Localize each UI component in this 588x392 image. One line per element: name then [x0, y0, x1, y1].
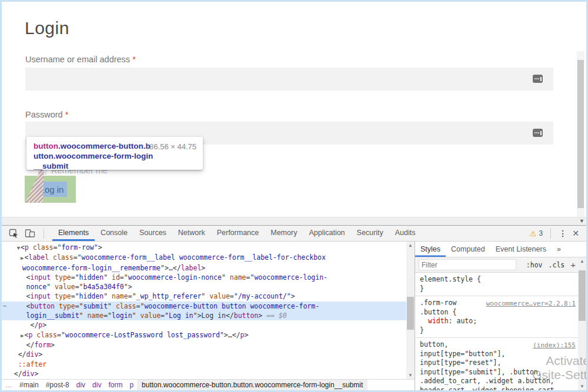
tab-application[interactable]: Application [303, 226, 350, 241]
dom-node-line[interactable]: woocommerce-form-login__rememberme">…</l… [2, 263, 406, 273]
sidebar-tab-computed[interactable]: Computed [446, 242, 490, 257]
scroll-down-arrow-icon[interactable]: ▼ [579, 218, 584, 224]
code-token: " [132, 311, 141, 320]
dom-node-line[interactable]: </div> [2, 369, 406, 378]
code-token: type [59, 302, 75, 310]
css-property[interactable]: width: auto; [420, 317, 573, 326]
code-token: : [449, 317, 457, 325]
pseudo-state-toggle[interactable]: :hov [526, 261, 543, 269]
code-token: </ [232, 331, 240, 339]
breadcrumb-item[interactable]: form [105, 381, 126, 389]
breadcrumb-item[interactable]: div [89, 381, 105, 389]
code-token: label [28, 253, 49, 262]
scroll-down-arrow-icon[interactable]: ▼ [578, 384, 586, 389]
scroll-up-arrow-icon[interactable]: ▲ [578, 259, 586, 264]
css-selector[interactable]: .button { [420, 308, 573, 317]
username-label: Username or email address * [25, 55, 136, 64]
dom-node-line[interactable]: ▼<p class="form-row"> [2, 243, 406, 253]
tab-audits[interactable]: Audits [389, 226, 422, 241]
code-token: </ [2, 321, 38, 329]
stylesheet-source-link[interactable]: (index):155 [533, 341, 576, 350]
code-token: "> [124, 283, 132, 291]
code-token: < [21, 243, 25, 252]
more-options-icon[interactable]: ⋮ [559, 229, 567, 238]
dom-node-line[interactable]: </p> [2, 320, 406, 330]
devtools-main: ▼<p class="form-row"> ▶<label class="woo… [2, 242, 586, 390]
code-token: login__submit [26, 311, 79, 320]
tab-console[interactable]: Console [95, 226, 133, 241]
sidebar-tab-event-listeners[interactable]: Event Listeners [490, 242, 552, 257]
scrollbar-thumb[interactable] [407, 297, 414, 330]
code-token: class [36, 331, 57, 339]
class-toggle[interactable]: .cls [549, 261, 565, 269]
tab-performance[interactable]: Performance [211, 226, 265, 241]
code-token: p [25, 243, 29, 252]
css-rule: woocommerce…ver=2.2.8:1.form-row.button … [415, 296, 578, 338]
code-token: </ [173, 264, 181, 272]
code-token: < [2, 302, 30, 310]
inspect-element-icon[interactable] [9, 229, 19, 239]
css-close-brace: } [420, 284, 573, 294]
dom-node-line[interactable]: ▶<p class="woocommerce-LostPassword lost… [2, 330, 406, 340]
username-input[interactable] [25, 68, 553, 91]
breadcrumb-item[interactable]: p [126, 381, 137, 389]
devtools-toolbar: ElementsConsoleSourcesNetworkPerformance… [2, 226, 586, 242]
tab-sources[interactable]: Sources [133, 226, 172, 241]
watermark-line: Gsite-Setti [532, 368, 586, 382]
css-selector[interactable]: header-cart .widget_shopping_cart [420, 386, 573, 391]
close-devtools-icon[interactable]: ✕ [572, 229, 579, 238]
code-token: woocommerce-login-nonce [128, 273, 222, 282]
dom-node-line[interactable]: ::after [2, 360, 406, 369]
dom-node-line[interactable]: <input type="hidden" id="woocommerce-log… [2, 273, 406, 282]
page-scrollbar-corner[interactable]: ▼ [2, 217, 586, 225]
sidebar-tab-styles[interactable]: Styles [415, 242, 446, 257]
css-property-value: auto [456, 317, 473, 325]
code-token: " [103, 292, 112, 300]
scroll-down-arrow-icon[interactable]: ▼ [406, 373, 415, 378]
device-toolbar-icon[interactable] [25, 229, 35, 238]
tab-network[interactable]: Network [172, 226, 211, 241]
code-token: hidden [79, 273, 104, 282]
styles-filter-bar: :hov .cls + [415, 257, 586, 273]
dom-node-line[interactable]: </form> [2, 340, 406, 350]
css-selector[interactable]: element.style { [420, 275, 573, 284]
stylesheet-source-link[interactable]: woocommerce…ver=2.2.8:1 [486, 299, 576, 309]
breadcrumb-item[interactable]: button.woocommerce-button.button.woocomm… [137, 380, 368, 390]
sidebar-tab--[interactable]: » [552, 242, 566, 257]
scrollbar-thumb[interactable] [577, 60, 584, 208]
tab-elements[interactable]: Elements [52, 226, 95, 241]
console-warnings-badge[interactable]: ⚠ 3 [530, 229, 543, 238]
code-token: =" [75, 302, 83, 310]
input-options-icon[interactable] [533, 75, 543, 83]
tab-security[interactable]: Security [351, 226, 389, 241]
elements-scrollbar[interactable]: ▲ ▼ [406, 242, 415, 379]
new-style-rule-icon[interactable]: + [570, 260, 576, 270]
input-options-icon[interactable] [533, 129, 543, 137]
breadcrumb-item[interactable]: #main [16, 381, 42, 389]
code-token: < [2, 273, 30, 282]
dom-node-line[interactable]: ▶<label class="woocommerce-form__label w… [2, 253, 406, 263]
code-token: class [33, 243, 54, 252]
page-vertical-scrollbar[interactable] [577, 51, 584, 219]
breadcrumb-item[interactable]: … [2, 381, 16, 389]
code-token: /my-account/ [238, 292, 287, 300]
toolbar-separator [44, 229, 44, 239]
scrollbar-thumb[interactable] [579, 270, 586, 321]
breadcrumb-item[interactable]: div [73, 381, 89, 389]
code-token: " [201, 292, 209, 300]
scroll-up-arrow-icon[interactable]: ▲ [406, 243, 415, 248]
breadcrumb-item[interactable]: #post-8 [42, 381, 73, 389]
dom-node-line[interactable]: login__submit" name="login" value="Log i… [2, 311, 415, 320]
dom-node-line[interactable]: <input type="hidden" name="_wp_http_refe… [2, 292, 406, 301]
dom-node-line[interactable]: </div> [2, 350, 406, 359]
code-token: label [181, 264, 202, 272]
dom-node-line[interactable]: ⋯ <button type="submit" class="woocommer… [2, 301, 415, 311]
code-token: _wp_http_referer [136, 292, 202, 300]
tab-memory[interactable]: Memory [265, 226, 303, 241]
styles-filter-input[interactable] [419, 259, 516, 270]
code-token: "> [287, 292, 295, 300]
code-token: id [112, 273, 120, 282]
overflow-dots-icon[interactable]: ⋯ [3, 301, 6, 311]
dom-node-line[interactable]: nonce" value="b4a5a304f0"> [2, 282, 406, 292]
code-token: input [30, 273, 51, 282]
